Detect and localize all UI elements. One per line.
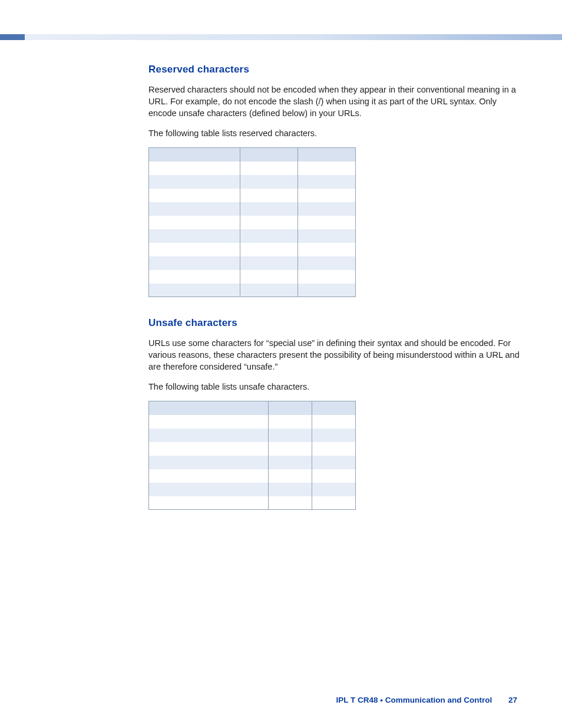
heading-unsafe-characters: Unsafe characters (148, 317, 525, 329)
para-unsafe-2: The following table lists unsafe charact… (148, 381, 525, 393)
header-band (0, 34, 562, 40)
footer-page-number: 27 (508, 696, 517, 704)
header-band-accent (0, 34, 25, 40)
header-band-gradient (25, 34, 562, 40)
para-unsafe-1: URLs use some characters for “special us… (148, 337, 525, 373)
table-reserved-characters (148, 147, 356, 297)
table-unsafe-characters (148, 401, 356, 510)
para-reserved-1: Reserved characters should not be encode… (148, 84, 525, 119)
heading-reserved-characters: Reserved characters (148, 64, 525, 75)
para-reserved-2: The following table lists reserved chara… (148, 127, 525, 139)
footer-product: IPL T CR48 • Communication and Control (336, 696, 492, 704)
page-content: Reserved characters Reserved characters … (148, 64, 525, 510)
page-footer: IPL T CR48 • Communication and Control 2… (0, 696, 562, 704)
